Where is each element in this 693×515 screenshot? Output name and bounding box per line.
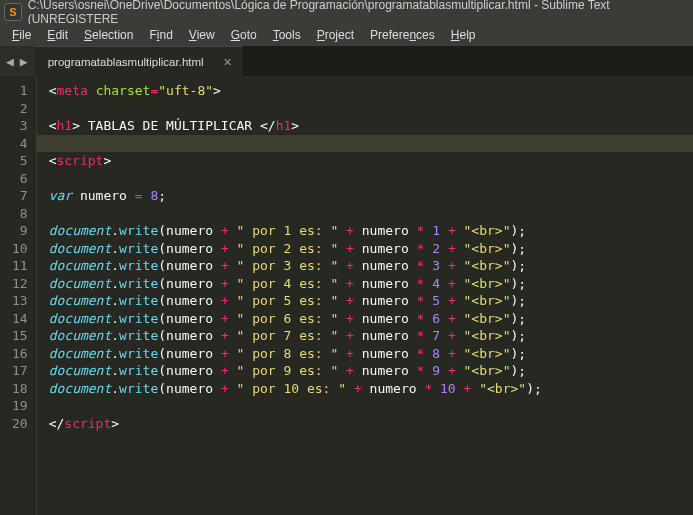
menu-item-view[interactable]: View: [181, 26, 223, 44]
code-line: document.write(numero + " por 10 es: " +…: [49, 380, 693, 398]
code-line: [49, 135, 693, 153]
line-number: 5: [12, 152, 28, 170]
code-line: <h1> TABLAS DE MÚLTIPLICAR </h1>: [49, 117, 693, 135]
line-number: 14: [12, 310, 28, 328]
line-number: 1: [12, 82, 28, 100]
menu-item-goto[interactable]: Goto: [223, 26, 265, 44]
line-number: 6: [12, 170, 28, 188]
code-line: document.write(numero + " por 2 es: " + …: [49, 240, 693, 258]
code-line: [49, 100, 693, 118]
code-line: [49, 397, 693, 415]
menu-item-project[interactable]: Project: [309, 26, 362, 44]
nav-back-icon[interactable]: ◀: [6, 54, 14, 69]
tab-active[interactable]: programatablasmultiplicar.html ×: [34, 46, 243, 76]
code-line: document.write(numero + " por 8 es: " + …: [49, 345, 693, 363]
line-number: 10: [12, 240, 28, 258]
line-number: 4: [12, 135, 28, 153]
tab-label: programatablasmultiplicar.html: [48, 56, 204, 68]
line-number: 2: [12, 100, 28, 118]
window-title: C:\Users\osnei\OneDrive\Documentos\Lógic…: [28, 0, 689, 26]
code-line: document.write(numero + " por 1 es: " + …: [49, 222, 693, 240]
code-line: document.write(numero + " por 7 es: " + …: [49, 327, 693, 345]
nav-forward-icon[interactable]: ▶: [20, 54, 28, 69]
code-line: document.write(numero + " por 4 es: " + …: [49, 275, 693, 293]
app-icon: S: [4, 3, 22, 21]
line-number: 13: [12, 292, 28, 310]
line-number: 20: [12, 415, 28, 433]
menu-item-selection[interactable]: Selection: [76, 26, 141, 44]
code-line: [49, 205, 693, 223]
menu-item-find[interactable]: Find: [141, 26, 180, 44]
line-number: 15: [12, 327, 28, 345]
editor: 1234567891011121314151617181920 <meta ch…: [0, 76, 693, 515]
code-line: <script>: [49, 152, 693, 170]
line-number: 16: [12, 345, 28, 363]
code-line: [49, 170, 693, 188]
menu-item-preferences[interactable]: Preferences: [362, 26, 443, 44]
code-line: var numero = 8;: [49, 187, 693, 205]
line-number: 9: [12, 222, 28, 240]
code-line: </script>: [49, 415, 693, 433]
menu-item-edit[interactable]: Edit: [39, 26, 76, 44]
code-line: document.write(numero + " por 6 es: " + …: [49, 310, 693, 328]
menu-item-tools[interactable]: Tools: [265, 26, 309, 44]
line-number: 17: [12, 362, 28, 380]
nav-arrows: ◀ ▶: [0, 46, 34, 76]
menu-item-file[interactable]: File: [4, 26, 39, 44]
menu-item-help[interactable]: Help: [443, 26, 484, 44]
line-number: 8: [12, 205, 28, 223]
code-line: <meta charset="uft-8">: [49, 82, 693, 100]
line-number: 3: [12, 117, 28, 135]
title-bar: S C:\Users\osnei\OneDrive\Documentos\Lóg…: [0, 0, 693, 24]
code-area[interactable]: <meta charset="uft-8"><h1> TABLAS DE MÚL…: [37, 76, 693, 515]
line-number: 12: [12, 275, 28, 293]
tab-row: ◀ ▶ programatablasmultiplicar.html ×: [0, 46, 693, 76]
code-line: document.write(numero + " por 3 es: " + …: [49, 257, 693, 275]
line-number: 18: [12, 380, 28, 398]
line-number: 19: [12, 397, 28, 415]
code-line: document.write(numero + " por 9 es: " + …: [49, 362, 693, 380]
menu-bar: FileEditSelectionFindViewGotoToolsProjec…: [0, 24, 693, 46]
gutter: 1234567891011121314151617181920: [0, 76, 37, 515]
close-icon[interactable]: ×: [224, 55, 232, 69]
line-number: 7: [12, 187, 28, 205]
line-number: 11: [12, 257, 28, 275]
code-line: document.write(numero + " por 5 es: " + …: [49, 292, 693, 310]
